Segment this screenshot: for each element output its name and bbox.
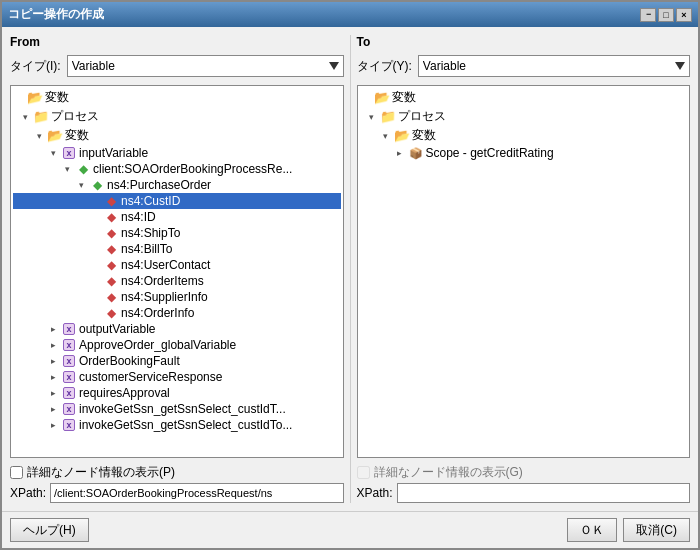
tree-node-ns4SupplierInfo[interactable]: ◆ns4:SupplierInfo — [13, 289, 341, 305]
from-panel: From タイプ(I): Variable 📂変数▾📁プロセス▾📂変数▾xinp… — [10, 35, 344, 503]
tree-node-ns4PurchaseOrder[interactable]: ▾◆ns4:PurchaseOrder — [13, 177, 341, 193]
node-label-ns4SupplierInfo: ns4:SupplierInfo — [121, 290, 208, 304]
tree-node[interactable]: 📂変数 — [13, 88, 341, 107]
tree-node-approveOrder[interactable]: ▸xApproveOrder_globalVariable — [13, 337, 341, 353]
from-xpath-label: XPath: — [10, 486, 46, 500]
tree-node[interactable]: 📂変数 — [360, 88, 688, 107]
tree-node-ns4OrderInfo[interactable]: ◆ns4:OrderInfo — [13, 305, 341, 321]
node-label-outputVariable: outputVariable — [79, 322, 156, 336]
to-panel: To タイプ(Y): Variable 📂変数▾📁プロセス▾📂変数▸📦Scope… — [357, 35, 691, 503]
node-label-ns4BillTo: ns4:BillTo — [121, 242, 172, 256]
tree-node-requiresApproval[interactable]: ▸xrequiresApproval — [13, 385, 341, 401]
tree-node-ns4ID[interactable]: ◆ns4:ID — [13, 209, 341, 225]
expand-icon-invokeGetSsn1[interactable]: ▸ — [47, 403, 59, 415]
help-button[interactable]: ヘルプ(H) — [10, 518, 89, 542]
tree-node-ns4ShipTo[interactable]: ◆ns4:ShipTo — [13, 225, 341, 241]
collapse-icon-process[interactable]: ▾ — [19, 111, 31, 123]
tree-node-ns4CustID[interactable]: ◆ns4:CustID — [13, 193, 341, 209]
from-panel-title: From — [10, 35, 344, 49]
to-checkbox-row: 詳細なノード情報の表示(G) — [357, 464, 691, 481]
to-tree-container[interactable]: 📂変数▾📁プロセス▾📂変数▸📦Scope - getCreditRating — [357, 85, 691, 458]
to-type-label: タイプ(Y): — [357, 58, 412, 75]
from-type-label: タイプ(I): — [10, 58, 61, 75]
node-label-invokeGetSsn2: invokeGetSsn_getSsnSelect_custIdTo... — [79, 418, 292, 432]
node-label-ns4UserContact: ns4:UserContact — [121, 258, 210, 272]
to-xpath-row: XPath: — [357, 483, 691, 503]
node-label-process: プロセス — [51, 108, 99, 125]
main-content: From タイプ(I): Variable 📂変数▾📁プロセス▾📂変数▾xinp… — [2, 27, 698, 511]
panel-divider — [350, 35, 351, 503]
to-xpath-input[interactable] — [397, 483, 690, 503]
node-label-vars: 変数 — [65, 127, 89, 144]
tree-node-inputVariable[interactable]: ▾xinputVariable — [13, 145, 341, 161]
tree-node-outputVariable[interactable]: ▸xoutputVariable — [13, 321, 341, 337]
tree-node-ns4BillTo[interactable]: ◆ns4:BillTo — [13, 241, 341, 257]
node-label-customerServiceResponse: customerServiceResponse — [79, 370, 222, 384]
node-label-inputVariable: inputVariable — [79, 146, 148, 160]
expand-icon-invokeGetSsn2[interactable]: ▸ — [47, 419, 59, 431]
to-detail-label: 詳細なノード情報の表示(G) — [374, 464, 523, 481]
collapse-icon-vars[interactable]: ▾ — [33, 130, 45, 142]
tree-node-invokeGetSsn1[interactable]: ▸xinvokeGetSsn_getSsnSelect_custIdT... — [13, 401, 341, 417]
footer: ヘルプ(H) ＯＫ 取消(C) — [2, 511, 698, 548]
tree-node-invokeGetSsn2[interactable]: ▸xinvokeGetSsn_getSsnSelect_custIdTo... — [13, 417, 341, 433]
node-label-process: プロセス — [398, 108, 446, 125]
tree-node-process[interactable]: ▾📁プロセス — [360, 107, 688, 126]
cancel-button[interactable]: 取消(C) — [623, 518, 690, 542]
node-label-ns4OrderItems: ns4:OrderItems — [121, 274, 204, 288]
node-label-approveOrder: ApproveOrder_globalVariable — [79, 338, 236, 352]
to-detail-checkbox[interactable] — [357, 466, 370, 479]
to-xpath-label: XPath: — [357, 486, 393, 500]
tree-node-client[interactable]: ▾◆client:SOAOrderBookingProcessRe... — [13, 161, 341, 177]
expand-icon-orderBookingFault[interactable]: ▸ — [47, 355, 59, 367]
node-label-orderBookingFault: OrderBookingFault — [79, 354, 180, 368]
tree-node-ns4UserContact[interactable]: ◆ns4:UserContact — [13, 257, 341, 273]
node-label-ns4PurchaseOrder: ns4:PurchaseOrder — [107, 178, 211, 192]
window-title: コピー操作の作成 — [8, 6, 104, 23]
collapse-icon-ns4PurchaseOrder[interactable]: ▾ — [75, 179, 87, 191]
node-label-ns4ID: ns4:ID — [121, 210, 156, 224]
node-label-scopeGetCreditRating: Scope - getCreditRating — [426, 146, 554, 160]
from-checkbox-row: 詳細なノード情報の表示(P) — [10, 464, 344, 481]
tree-node-customerServiceResponse[interactable]: ▸xcustomerServiceResponse — [13, 369, 341, 385]
to-type-row: タイプ(Y): Variable — [357, 55, 691, 77]
from-xpath-row: XPath: — [10, 483, 344, 503]
from-type-select[interactable]: Variable — [67, 55, 344, 77]
from-detail-checkbox[interactable] — [10, 466, 23, 479]
node-label-client: client:SOAOrderBookingProcessRe... — [93, 162, 292, 176]
tree-node-vars[interactable]: ▾📂変数 — [13, 126, 341, 145]
tree-node-process[interactable]: ▾📁プロセス — [13, 107, 341, 126]
from-xpath-input[interactable] — [50, 483, 343, 503]
node-label-invokeGetSsn1: invokeGetSsn_getSsnSelect_custIdT... — [79, 402, 286, 416]
from-tree-container[interactable]: 📂変数▾📁プロセス▾📂変数▾xinputVariable▾◆client:SOA… — [10, 85, 344, 458]
close-button[interactable]: × — [676, 8, 692, 22]
node-label-requiresApproval: requiresApproval — [79, 386, 170, 400]
tree-node-scopeGetCreditRating[interactable]: ▸📦Scope - getCreditRating — [360, 145, 688, 161]
tree-node-orderBookingFault[interactable]: ▸xOrderBookingFault — [13, 353, 341, 369]
collapse-icon-process[interactable]: ▾ — [366, 111, 378, 123]
title-bar-buttons: － □ × — [640, 8, 692, 22]
node-label-ns4ShipTo: ns4:ShipTo — [121, 226, 180, 240]
to-type-select[interactable]: Variable — [418, 55, 690, 77]
node-label-ns4CustID: ns4:CustID — [121, 194, 180, 208]
to-panel-title: To — [357, 35, 691, 49]
expand-icon-outputVariable[interactable]: ▸ — [47, 323, 59, 335]
minimize-button[interactable]: － — [640, 8, 656, 22]
expand-icon-requiresApproval[interactable]: ▸ — [47, 387, 59, 399]
collapse-icon-client[interactable]: ▾ — [61, 163, 73, 175]
from-type-row: タイプ(I): Variable — [10, 55, 344, 77]
collapse-icon-inputVariable[interactable]: ▾ — [47, 147, 59, 159]
from-detail-label: 詳細なノード情報の表示(P) — [27, 464, 175, 481]
collapse-icon-vars[interactable]: ▾ — [380, 130, 392, 142]
expand-icon-scopeGetCreditRating[interactable]: ▸ — [394, 147, 406, 159]
maximize-button[interactable]: □ — [658, 8, 674, 22]
node-label-vars: 変数 — [412, 127, 436, 144]
title-bar: コピー操作の作成 － □ × — [2, 2, 698, 27]
tree-node-ns4OrderItems[interactable]: ◆ns4:OrderItems — [13, 273, 341, 289]
ok-button[interactable]: ＯＫ — [567, 518, 617, 542]
node-label-ns4OrderInfo: ns4:OrderInfo — [121, 306, 194, 320]
from-bottom-section: 詳細なノード情報の表示(P) XPath: — [10, 462, 344, 503]
tree-node-vars[interactable]: ▾📂変数 — [360, 126, 688, 145]
expand-icon-customerServiceResponse[interactable]: ▸ — [47, 371, 59, 383]
expand-icon-approveOrder[interactable]: ▸ — [47, 339, 59, 351]
